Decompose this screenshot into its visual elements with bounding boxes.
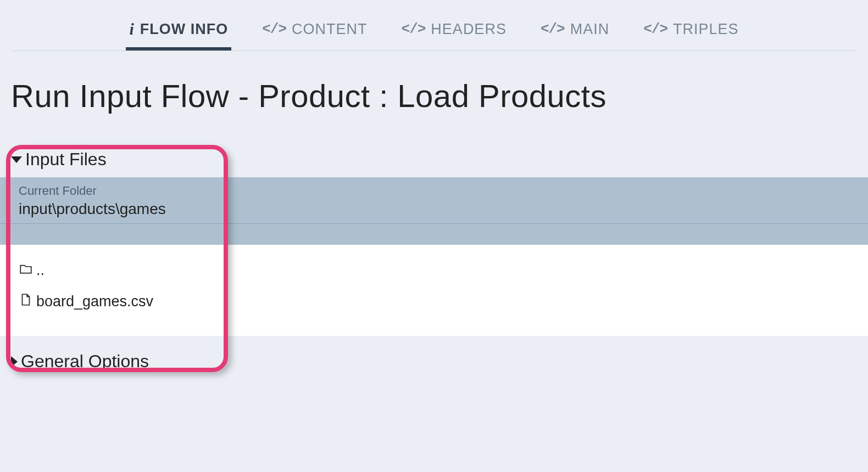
- file-list: .. board_games.csv: [0, 245, 868, 336]
- current-folder-label: Current Folder: [19, 184, 849, 198]
- section-title: General Options: [21, 351, 149, 372]
- section-title: Input Files: [25, 149, 107, 170]
- divider: [0, 223, 868, 224]
- section-toggle-input-files[interactable]: Input Files: [11, 147, 857, 177]
- file-name: ..: [36, 262, 44, 279]
- code-icon: </>: [643, 21, 667, 37]
- parent-folder-row[interactable]: ..: [19, 255, 849, 286]
- section-general-options: General Options: [11, 349, 857, 379]
- folder-icon: [19, 260, 33, 280]
- caret-right-icon: [11, 356, 18, 367]
- caret-down-icon: [11, 156, 22, 163]
- file-icon: [19, 291, 33, 312]
- tab-label: CONTENT: [292, 21, 368, 38]
- tab-label: MAIN: [570, 21, 610, 38]
- section-input-files: Input Files Current Folder input\product…: [11, 147, 857, 336]
- code-icon: </>: [402, 21, 426, 37]
- tab-main[interactable]: </> MAIN: [537, 20, 613, 50]
- tab-label: TRIPLES: [673, 21, 739, 38]
- code-icon: </>: [262, 21, 286, 37]
- file-row[interactable]: board_games.csv: [19, 286, 849, 317]
- code-icon: </>: [541, 21, 565, 37]
- folder-bar-spacer: [0, 229, 868, 245]
- section-toggle-general-options[interactable]: General Options: [11, 349, 857, 379]
- tab-headers[interactable]: </> HEADERS: [398, 20, 510, 50]
- file-name: board_games.csv: [36, 293, 153, 310]
- tab-triples[interactable]: </> TRIPLES: [640, 20, 742, 50]
- tab-bar: i FLOW INFO </> CONTENT </> HEADERS </> …: [11, 0, 857, 51]
- tab-content[interactable]: </> CONTENT: [259, 20, 370, 50]
- current-folder-path: input\products\games: [19, 200, 849, 218]
- info-icon: i: [129, 20, 134, 38]
- tab-label: HEADERS: [431, 21, 507, 38]
- current-folder-bar: Current Folder input\products\games: [0, 177, 868, 229]
- tab-flow-info[interactable]: i FLOW INFO: [126, 20, 231, 50]
- tab-label: FLOW INFO: [140, 21, 228, 38]
- page-title: Run Input Flow - Product : Load Products: [11, 77, 857, 114]
